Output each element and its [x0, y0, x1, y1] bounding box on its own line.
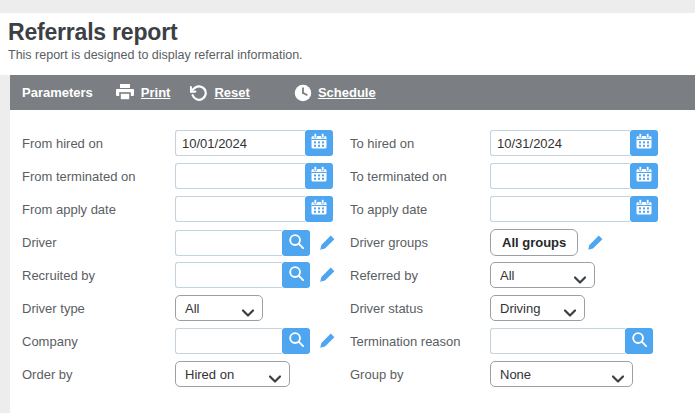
termination-reason-search-button[interactable]	[625, 328, 653, 354]
termination-reason-label: Termination reason	[350, 334, 490, 349]
from-hired-on-input[interactable]	[175, 130, 305, 156]
form-row: Order by Hired on Group by None	[22, 361, 695, 387]
to-hired-on-datepicker-button[interactable]	[630, 130, 658, 156]
report-header: Referrals report This report is designed…	[0, 13, 695, 75]
driver-groups-label: Driver groups	[350, 235, 490, 250]
driver-label: Driver	[22, 235, 175, 250]
to-hired-on-label: To hired on	[350, 136, 490, 151]
recruited-by-label: Recruited by	[22, 268, 175, 283]
calendar-icon	[635, 199, 653, 219]
group-by-label: Group by	[350, 367, 490, 382]
form-row: From apply date T	[22, 196, 695, 222]
from-apply-date-datepicker-button[interactable]	[305, 196, 333, 222]
parameters-label: Parameters	[10, 85, 93, 100]
form-row: Driver type All Driver status Driving	[22, 295, 695, 321]
driver-groups-button[interactable]: All groups	[490, 229, 578, 256]
reset-button[interactable]: Reset	[190, 84, 249, 102]
search-icon	[288, 331, 305, 351]
recruited-by-edit-pencil-icon[interactable]	[318, 266, 336, 284]
chevron-down-icon	[574, 272, 586, 287]
driver-type-selected-value: All	[185, 301, 199, 316]
schedule-label: Schedule	[318, 85, 376, 100]
chevron-down-icon	[269, 371, 281, 386]
driver-groups-edit-pencil-icon[interactable]	[586, 234, 604, 252]
calendar-icon	[310, 133, 328, 153]
group-by-select[interactable]: None	[490, 361, 633, 387]
referred-by-label: Referred by	[350, 268, 490, 283]
referred-by-selected-value: All	[500, 268, 514, 283]
to-terminated-on-datepicker-button[interactable]	[630, 163, 658, 189]
recruited-by-search-button[interactable]	[282, 262, 310, 288]
company-search-button[interactable]	[282, 328, 310, 354]
page-title: Referrals report	[8, 19, 685, 46]
page-subtitle: This report is designed to display refer…	[8, 48, 685, 62]
chevron-down-icon	[242, 305, 254, 320]
schedule-button[interactable]: Schedule	[294, 84, 376, 102]
calendar-icon	[310, 199, 328, 219]
driver-type-select[interactable]: All	[175, 295, 263, 321]
form-row: Driver Driver groups All groups	[22, 229, 695, 255]
driver-type-label: Driver type	[22, 301, 175, 316]
recruited-by-input[interactable]	[175, 262, 282, 288]
driver-status-selected-value: Driving	[500, 301, 540, 316]
to-apply-date-datepicker-button[interactable]	[630, 196, 658, 222]
to-terminated-on-input[interactable]	[490, 163, 630, 189]
search-icon	[288, 233, 305, 253]
print-button[interactable]: Print	[115, 84, 171, 101]
to-terminated-on-label: To terminated on	[350, 169, 490, 184]
calendar-icon	[310, 166, 328, 186]
order-by-select[interactable]: Hired on	[175, 361, 290, 387]
driver-input[interactable]	[175, 230, 282, 256]
form-row: From terminated on	[22, 163, 695, 189]
from-apply-date-input[interactable]	[175, 196, 305, 222]
chevron-down-icon	[564, 305, 576, 320]
reset-label: Reset	[214, 85, 249, 100]
driver-status-select[interactable]: Driving	[490, 295, 585, 321]
company-edit-pencil-icon[interactable]	[318, 332, 336, 350]
search-icon	[288, 265, 305, 285]
driver-search-button[interactable]	[282, 230, 310, 256]
print-label: Print	[141, 85, 171, 100]
from-apply-date-label: From apply date	[22, 202, 175, 217]
driver-edit-pencil-icon[interactable]	[318, 234, 336, 252]
company-label: Company	[22, 334, 175, 349]
form-row: Recruited by Referred by All	[22, 262, 695, 288]
chevron-down-icon	[612, 371, 624, 386]
order-by-selected-value: Hired on	[185, 367, 234, 382]
reset-icon	[190, 84, 208, 102]
parameters-panel: From hired on To	[10, 110, 695, 413]
from-terminated-on-datepicker-button[interactable]	[305, 163, 333, 189]
to-hired-on-input[interactable]	[490, 130, 630, 156]
calendar-icon	[635, 166, 653, 186]
from-terminated-on-label: From terminated on	[22, 169, 175, 184]
termination-reason-input[interactable]	[490, 328, 625, 354]
from-hired-on-label: From hired on	[22, 136, 175, 151]
order-by-label: Order by	[22, 367, 175, 382]
company-input[interactable]	[175, 328, 282, 354]
to-apply-date-label: To apply date	[350, 202, 490, 217]
report-toolbar: Parameters Print Reset Sch	[10, 75, 695, 110]
clock-icon	[294, 84, 312, 102]
printer-icon	[115, 84, 135, 101]
search-icon	[631, 331, 648, 351]
referred-by-select[interactable]: All	[490, 262, 595, 288]
group-by-selected-value: None	[500, 367, 531, 382]
to-apply-date-input[interactable]	[490, 196, 630, 222]
calendar-icon	[635, 133, 653, 153]
driver-status-label: Driver status	[350, 301, 490, 316]
form-row: From hired on To	[22, 130, 695, 156]
from-hired-on-datepicker-button[interactable]	[305, 130, 333, 156]
from-terminated-on-input[interactable]	[175, 163, 305, 189]
form-row: Company Termination reason	[22, 328, 695, 354]
